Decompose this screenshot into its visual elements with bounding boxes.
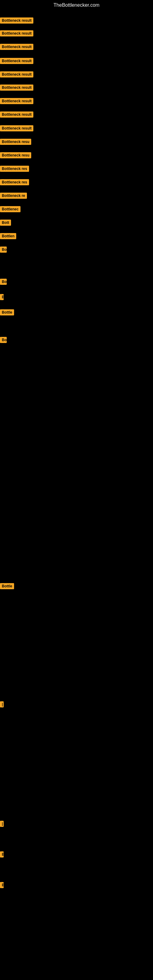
- bottleneck-badge-container-14: Bottleneck re: [0, 192, 27, 200]
- bottleneck-badge-23[interactable]: Bottle: [0, 583, 14, 589]
- bottleneck-badge-15[interactable]: Bottlenec: [0, 206, 21, 212]
- bottleneck-badge-4[interactable]: Bottleneck result: [0, 58, 33, 64]
- bottleneck-badge-container-27: B: [0, 882, 4, 889]
- bottleneck-badge-20[interactable]: B: [0, 294, 4, 300]
- bottleneck-badge-6[interactable]: Bottleneck result: [0, 84, 33, 91]
- bottleneck-badge-17[interactable]: Bottlen: [0, 233, 16, 239]
- bottleneck-badge-13[interactable]: Bottleneck res: [0, 179, 29, 185]
- bottleneck-badge-3[interactable]: Bottleneck result: [0, 44, 33, 50]
- bottleneck-badge-5[interactable]: Bottleneck result: [0, 72, 33, 78]
- bottleneck-badge-12[interactable]: Bottleneck res: [0, 166, 29, 172]
- bottleneck-badge-1[interactable]: Bottleneck result: [0, 18, 33, 24]
- bottleneck-badge-container-7: Bottleneck result: [0, 98, 33, 105]
- bottleneck-badge-container-2: Bottleneck result: [0, 30, 33, 38]
- bottleneck-badge-11[interactable]: Bottleneck resu: [0, 152, 31, 158]
- bottleneck-badge-container-9: Bottleneck result: [0, 125, 33, 133]
- bottleneck-badge-9[interactable]: Bottleneck result: [0, 125, 33, 131]
- bottleneck-badge-26[interactable]: B: [0, 851, 4, 858]
- bottleneck-badge-container-1: Bottleneck result: [0, 18, 33, 25]
- bottleneck-badge-container-13: Bottleneck res: [0, 179, 29, 186]
- bottleneck-badge-container-25: |: [0, 821, 4, 828]
- bottleneck-badge-container-8: Bottleneck result: [0, 111, 33, 119]
- bottleneck-badge-25[interactable]: |: [0, 821, 4, 827]
- bottleneck-badge-16[interactable]: Bott: [0, 220, 11, 226]
- bottleneck-badge-container-24: |: [0, 701, 4, 709]
- bottleneck-badge-container-17: Bottlen: [0, 233, 16, 240]
- bottleneck-badge-8[interactable]: Bottleneck result: [0, 111, 33, 118]
- bottleneck-badge-container-6: Bottleneck result: [0, 84, 33, 92]
- bottleneck-badge-container-16: Bott: [0, 220, 11, 227]
- site-title: TheBottlenecker.com: [0, 0, 153, 10]
- bottleneck-badge-container-26: B: [0, 851, 4, 859]
- bottleneck-badge-21[interactable]: Bottle: [0, 309, 14, 315]
- bottleneck-badge-14[interactable]: Bottleneck re: [0, 192, 27, 199]
- bottleneck-badge-container-20: B: [0, 294, 4, 301]
- bottleneck-badge-container-23: Bottle: [0, 583, 14, 590]
- bottleneck-badge-24[interactable]: |: [0, 701, 4, 708]
- bottleneck-badge-2[interactable]: Bottleneck result: [0, 30, 33, 37]
- bottleneck-badge-7[interactable]: Bottleneck result: [0, 98, 33, 104]
- bottleneck-badge-container-21: Bottle: [0, 309, 14, 317]
- bottleneck-badge-container-22: Bo: [0, 337, 7, 344]
- bottleneck-badge-container-4: Bottleneck result: [0, 58, 33, 65]
- bottleneck-badge-container-3: Bottleneck result: [0, 44, 33, 51]
- bottleneck-badge-19[interactable]: Bo: [0, 279, 7, 285]
- bottleneck-badge-18[interactable]: Bo: [0, 247, 7, 253]
- bottleneck-badge-container-18: Bo: [0, 247, 7, 254]
- bottleneck-badge-10[interactable]: Bottleneck resu: [0, 139, 31, 145]
- bottleneck-badge-container-11: Bottleneck resu: [0, 152, 31, 159]
- bottleneck-badge-container-19: Bo: [0, 279, 7, 286]
- bottleneck-badge-container-5: Bottleneck result: [0, 72, 33, 79]
- bottleneck-badge-container-15: Bottlenec: [0, 206, 21, 213]
- bottleneck-badge-container-10: Bottleneck resu: [0, 139, 31, 146]
- bottleneck-badge-27[interactable]: B: [0, 882, 4, 888]
- bottleneck-badge-22[interactable]: Bo: [0, 337, 7, 343]
- bottleneck-badge-container-12: Bottleneck res: [0, 166, 29, 173]
